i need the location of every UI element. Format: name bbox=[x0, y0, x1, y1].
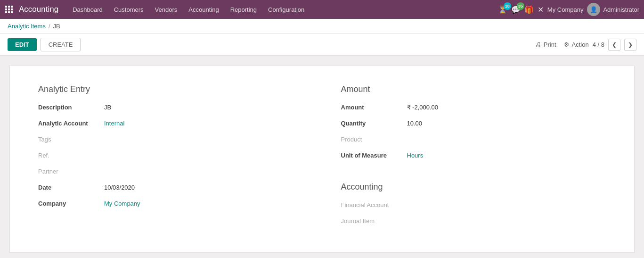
field-label-partner: Partner bbox=[38, 168, 104, 175]
field-product: Product bbox=[341, 136, 606, 147]
user-menu[interactable]: 👤 Administrator bbox=[587, 3, 639, 16]
svg-rect-5 bbox=[11, 8, 13, 10]
field-label-company: Company bbox=[38, 200, 104, 207]
left-column: Analytic Entry Description JB Analytic A… bbox=[38, 84, 303, 233]
close-icon[interactable]: ✕ bbox=[538, 5, 544, 14]
pager: 4 / 8 ❮ ❯ bbox=[593, 39, 636, 51]
svg-rect-8 bbox=[11, 11, 13, 13]
pager-prev[interactable]: ❮ bbox=[608, 39, 620, 51]
field-description: Description JB bbox=[38, 104, 303, 115]
top-navigation: Accounting Dashboard Customers Vendors A… bbox=[0, 0, 644, 19]
brand-name: Accounting bbox=[19, 5, 58, 14]
breadcrumb: Analytic Items / JB bbox=[0, 19, 644, 34]
nav-reporting[interactable]: Reporting bbox=[226, 3, 261, 16]
edit-button[interactable]: EDIT bbox=[8, 38, 37, 51]
field-value-quantity: 10.00 bbox=[407, 120, 423, 127]
field-value-amount: ₹ -2,000.00 bbox=[407, 104, 439, 111]
field-tags: Tags bbox=[38, 136, 303, 147]
field-company: Company My Company bbox=[38, 200, 303, 211]
field-label-date: Date bbox=[38, 184, 104, 191]
action-label: Action bbox=[572, 41, 589, 48]
field-label-quantity: Quantity bbox=[341, 120, 407, 127]
field-financial-account: Financial Account bbox=[341, 201, 606, 213]
field-partner: Partner bbox=[38, 168, 303, 179]
avatar: 👤 bbox=[587, 3, 600, 16]
breadcrumb-parent[interactable]: Analytic Items bbox=[8, 23, 46, 30]
field-quantity: Quantity 10.00 bbox=[341, 120, 606, 131]
gift-icon[interactable]: 🎁 bbox=[524, 5, 534, 14]
field-label-financial-account: Financial Account bbox=[341, 201, 407, 208]
create-button[interactable]: CREATE bbox=[41, 38, 81, 51]
chat-badge[interactable]: 💬 35 bbox=[511, 5, 521, 14]
company-selector[interactable]: My Company bbox=[547, 6, 584, 13]
accounting-section-title: Accounting bbox=[341, 182, 606, 192]
breadcrumb-separator: / bbox=[49, 23, 50, 30]
field-date: Date 10/03/2020 bbox=[38, 184, 303, 195]
topnav-right: ⏳ 18 💬 35 🎁 ✕ My Company 👤 Administrator bbox=[498, 3, 639, 16]
field-label-analytic-account: Analytic Account bbox=[38, 120, 104, 127]
clock-badge[interactable]: ⏳ 18 bbox=[498, 5, 507, 14]
user-name: Administrator bbox=[603, 6, 639, 13]
grid-icon[interactable] bbox=[5, 5, 13, 14]
company-name: My Company bbox=[547, 6, 584, 13]
svg-rect-2 bbox=[11, 6, 13, 8]
field-analytic-account: Analytic Account Internal bbox=[38, 120, 303, 131]
field-label-ref: Ref. bbox=[38, 152, 104, 159]
svg-rect-4 bbox=[8, 8, 10, 10]
field-label-uom: Unit of Measure bbox=[341, 152, 407, 159]
field-ref: Ref. bbox=[38, 152, 303, 163]
field-journal-item: Journal Item bbox=[341, 217, 606, 229]
accounting-section: Accounting Financial Account Journal Ite… bbox=[341, 182, 606, 229]
field-value-uom[interactable]: Hours bbox=[407, 152, 424, 159]
pager-text: 4 / 8 bbox=[593, 41, 604, 48]
print-button[interactable]: 🖨 Print bbox=[535, 41, 556, 48]
field-amount: Amount ₹ -2,000.00 bbox=[341, 104, 606, 115]
svg-rect-6 bbox=[5, 11, 7, 13]
field-value-analytic-account[interactable]: Internal bbox=[104, 120, 124, 127]
field-uom: Unit of Measure Hours bbox=[341, 152, 606, 163]
gear-icon: ⚙ bbox=[564, 41, 570, 48]
nav-links: Dashboard Customers Vendors Accounting R… bbox=[68, 3, 498, 16]
svg-rect-1 bbox=[8, 6, 10, 8]
field-label-journal-item: Journal Item bbox=[341, 217, 407, 225]
nav-customers[interactable]: Customers bbox=[109, 3, 148, 16]
field-label-amount: Amount bbox=[341, 104, 407, 111]
field-label-description: Description bbox=[38, 104, 104, 111]
pager-next[interactable]: ❯ bbox=[624, 39, 636, 51]
printer-icon: 🖨 bbox=[535, 41, 541, 48]
record-card: Analytic Entry Description JB Analytic A… bbox=[9, 65, 635, 253]
content-area: Analytic Entry Description JB Analytic A… bbox=[0, 56, 644, 258]
right-column: Amount Amount ₹ -2,000.00 Quantity 10.00… bbox=[341, 84, 606, 233]
field-label-tags: Tags bbox=[38, 136, 104, 143]
print-label: Print bbox=[544, 41, 556, 48]
left-section-title: Analytic Entry bbox=[38, 84, 303, 94]
svg-rect-3 bbox=[5, 8, 7, 10]
field-value-description: JB bbox=[104, 104, 111, 111]
nav-vendors[interactable]: Vendors bbox=[150, 3, 182, 16]
field-value-date: 10/03/2020 bbox=[104, 184, 135, 191]
action-button[interactable]: ⚙ Action bbox=[564, 41, 589, 48]
right-section-title: Amount bbox=[341, 84, 606, 94]
form-columns: Analytic Entry Description JB Analytic A… bbox=[38, 84, 606, 233]
clock-count: 18 bbox=[504, 2, 511, 10]
nav-configuration[interactable]: Configuration bbox=[263, 3, 309, 16]
toolbar: EDIT CREATE 🖨 Print ⚙ Action 4 / 8 ❮ ❯ bbox=[0, 34, 644, 56]
svg-rect-0 bbox=[5, 6, 7, 8]
toolbar-actions: 🖨 Print ⚙ Action bbox=[535, 41, 589, 48]
field-value-company[interactable]: My Company bbox=[104, 200, 140, 207]
nav-dashboard[interactable]: Dashboard bbox=[68, 3, 107, 16]
svg-rect-7 bbox=[8, 11, 10, 13]
chat-count: 35 bbox=[517, 2, 524, 10]
field-label-product: Product bbox=[341, 136, 407, 143]
breadcrumb-current: JB bbox=[53, 23, 60, 30]
nav-accounting[interactable]: Accounting bbox=[184, 3, 223, 16]
